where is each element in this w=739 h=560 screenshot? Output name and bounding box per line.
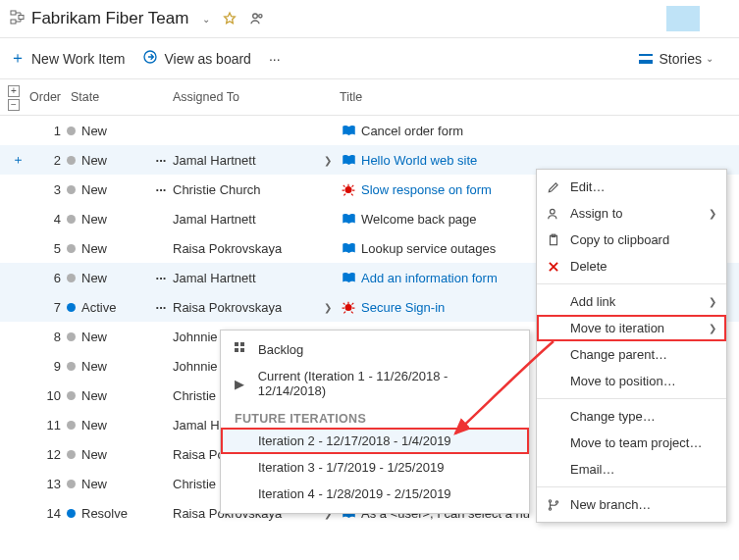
backlog-level-label: Stories bbox=[659, 51, 702, 67]
chevron-right-icon: ❯ bbox=[709, 208, 716, 219]
row-order: 11 bbox=[27, 418, 67, 433]
bug-icon bbox=[340, 300, 357, 314]
user-story-icon bbox=[340, 241, 357, 255]
menu-movepos-label: Move to position… bbox=[570, 374, 676, 388]
menu-edit-label: Edit… bbox=[570, 179, 605, 194]
menu-edit[interactable]: Edit… bbox=[537, 174, 726, 200]
state-dot-icon bbox=[67, 480, 76, 488]
more-toolbar-button[interactable]: ··· bbox=[269, 51, 281, 67]
work-item-row[interactable]: 1NewCancel order form bbox=[0, 116, 739, 145]
state-dot-icon bbox=[67, 391, 76, 400]
row-title-text: Hello World web site bbox=[361, 153, 477, 168]
svg-rect-11 bbox=[240, 348, 244, 352]
team-header: Fabrikam Fiber Team ⌄ bbox=[0, 0, 739, 38]
row-assigned-to: Raisa Pokrovskaya bbox=[173, 300, 324, 315]
state-dot-icon bbox=[67, 127, 76, 135]
row-assigned-to: Raisa Pokrovskaya bbox=[173, 241, 324, 256]
clipboard-icon bbox=[547, 233, 564, 247]
col-state[interactable]: State bbox=[67, 90, 149, 104]
row-order: 4 bbox=[27, 212, 67, 227]
user-story-icon bbox=[340, 212, 357, 226]
team-name[interactable]: Fabrikam Fiber Team bbox=[31, 9, 188, 28]
menu-changeparent-label: Change parent… bbox=[570, 347, 667, 362]
row-state: New bbox=[67, 271, 149, 285]
user-story-icon bbox=[340, 153, 357, 167]
person-icon bbox=[547, 207, 564, 221]
state-dot-icon bbox=[67, 274, 76, 282]
row-order: 8 bbox=[27, 330, 67, 344]
submenu-iter2-label: Iteration 2 - 12/17/2018 - 1/4/2019 bbox=[258, 433, 451, 448]
arrow-right-icon: ▶ bbox=[235, 377, 252, 391]
svg-point-17 bbox=[555, 500, 557, 502]
menu-new-branch[interactable]: New branch… bbox=[537, 491, 726, 518]
backlog-level-selector[interactable]: Stories ⌄ bbox=[639, 51, 713, 67]
add-child-icon[interactable]: ＋ bbox=[8, 151, 27, 169]
row-order: 5 bbox=[27, 241, 67, 256]
menu-add-link[interactable]: Add link ❯ bbox=[537, 288, 726, 315]
menu-changetype-label: Change type… bbox=[570, 409, 656, 424]
row-actions-button[interactable]: ··· bbox=[149, 271, 173, 285]
row-assigned-to: Jamal Hartnett bbox=[173, 212, 324, 227]
state-dot-icon bbox=[67, 215, 76, 224]
annotation-arrow bbox=[448, 335, 575, 453]
column-headers: +− Order State Assigned To Title bbox=[0, 79, 739, 116]
row-order: 3 bbox=[27, 182, 67, 197]
row-actions-button[interactable]: ··· bbox=[149, 153, 173, 168]
row-order: 1 bbox=[27, 124, 67, 138]
row-state: Active bbox=[67, 300, 149, 315]
state-dot-icon bbox=[67, 156, 76, 165]
menu-assign-to[interactable]: Assign to ❯ bbox=[537, 200, 726, 227]
menu-copy[interactable]: Copy to clipboard bbox=[537, 227, 726, 253]
row-state: New bbox=[67, 447, 149, 462]
favorite-star-icon[interactable] bbox=[216, 9, 243, 28]
row-order: 10 bbox=[27, 388, 67, 403]
submenu-iteration-4[interactable]: Iteration 4 - 1/28/2019 - 2/15/2019 bbox=[221, 481, 529, 507]
row-title-cell[interactable]: Hello World web site bbox=[336, 153, 731, 168]
backlog-toolbar: ＋ New Work Item View as board ··· Storie… bbox=[0, 38, 739, 79]
col-order[interactable]: Order bbox=[27, 90, 67, 104]
submenu-iter3-label: Iteration 3 - 1/7/2019 - 1/25/2019 bbox=[258, 460, 444, 475]
svg-point-12 bbox=[551, 209, 555, 214]
expand-toggle-icon[interactable]: ❯ bbox=[324, 155, 336, 166]
branch-icon bbox=[547, 498, 564, 512]
row-title-cell[interactable]: Cancel order form bbox=[336, 124, 731, 138]
menu-delete[interactable]: Delete bbox=[537, 253, 726, 280]
new-work-item-button[interactable]: ＋ New Work Item bbox=[10, 48, 125, 69]
menu-newbranch-label: New branch… bbox=[570, 497, 651, 512]
row-title-text: Slow response on form bbox=[361, 182, 492, 197]
svg-rect-9 bbox=[240, 342, 244, 346]
menu-copy-label: Copy to clipboard bbox=[570, 232, 669, 247]
submenu-iteration-3[interactable]: Iteration 3 - 1/7/2019 - 1/25/2019 bbox=[221, 454, 529, 481]
menu-email[interactable]: Email… bbox=[537, 456, 726, 483]
user-story-icon bbox=[340, 124, 357, 137]
backlog-grid-icon bbox=[235, 342, 252, 357]
row-assigned-to: Christie Church bbox=[173, 182, 324, 197]
user-avatar[interactable] bbox=[666, 6, 700, 31]
menu-delete-label: Delete bbox=[570, 259, 607, 274]
chevron-right-icon: ❯ bbox=[709, 296, 716, 307]
row-assigned-to: Jamal Hartnett bbox=[173, 271, 324, 285]
menu-addlink-label: Add link bbox=[570, 294, 615, 309]
row-state: New bbox=[67, 359, 149, 374]
row-actions-button[interactable]: ··· bbox=[149, 182, 173, 197]
row-title-text: Secure Sign-in bbox=[361, 300, 445, 315]
row-title-text: Add an information form bbox=[361, 271, 498, 285]
row-title-text: Cancel order form bbox=[361, 124, 463, 138]
delete-x-icon bbox=[547, 260, 564, 274]
people-icon[interactable] bbox=[243, 9, 271, 28]
svg-point-15 bbox=[549, 499, 551, 501]
col-assigned[interactable]: Assigned To bbox=[173, 90, 324, 104]
view-as-board-label: View as board bbox=[164, 51, 250, 67]
expand-all-controls[interactable]: +− bbox=[8, 83, 27, 111]
state-dot-icon bbox=[67, 450, 76, 459]
row-order: 7 bbox=[27, 300, 67, 315]
row-title-text: Welcome back page bbox=[361, 212, 477, 227]
svg-rect-8 bbox=[235, 342, 238, 346]
state-dot-icon bbox=[67, 362, 76, 371]
expand-toggle-icon[interactable]: ❯ bbox=[324, 302, 336, 313]
view-as-board-button[interactable]: View as board bbox=[142, 49, 250, 69]
col-title[interactable]: Title bbox=[336, 90, 731, 104]
row-actions-button[interactable]: ··· bbox=[149, 300, 173, 315]
submenu-backlog-label: Backlog bbox=[258, 342, 303, 357]
team-dropdown[interactable]: ⌄ bbox=[192, 12, 216, 26]
